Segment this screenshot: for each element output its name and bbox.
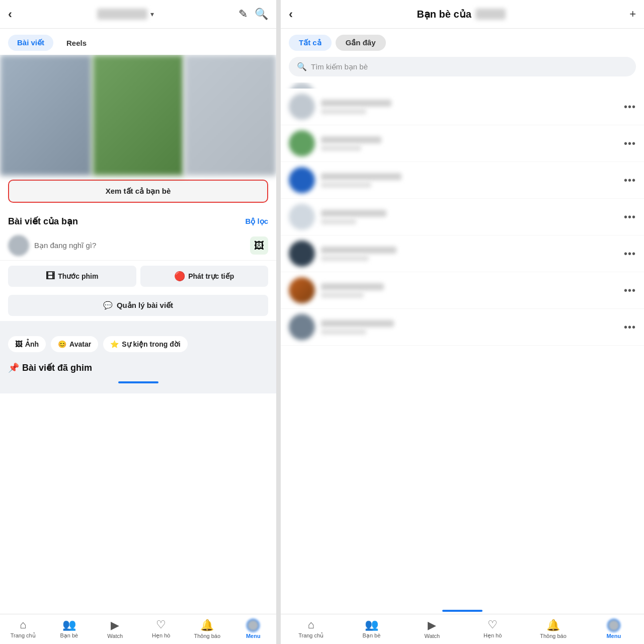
left-bottom-nav: ⌂ Trang chủ 👥 Bạn bè ▶ Watch ♡ Hẹn hò 🔔 … xyxy=(0,614,276,644)
content-tabs: Bài viết Reels xyxy=(0,29,276,55)
right-friends-icon: 👥 xyxy=(365,618,378,631)
friend-item-3: ••• xyxy=(281,162,644,199)
chip-avatar[interactable]: 😊 Avatar xyxy=(51,336,98,352)
friend-more-5[interactable]: ••• xyxy=(624,248,636,260)
watch-label: Watch xyxy=(107,633,123,639)
right-notification-label: Thông báo xyxy=(540,633,567,639)
friend-info-1 xyxy=(321,100,618,114)
right-header-title: Bạn bè của xyxy=(417,8,505,20)
right-panel: ‹ Bạn bè của + Tất cả Gần đây 🔍 Tìm kiếm… xyxy=(281,0,644,644)
friend-more-4[interactable]: ••• xyxy=(624,211,636,223)
chips-row: 🖼 Ảnh 😊 Avatar ⭐ Sự kiện trong đời xyxy=(0,326,276,357)
nav-notifications[interactable]: 🔔 Thông báo xyxy=(184,619,230,639)
right-nav-notifications[interactable]: 🔔 Thông báo xyxy=(523,619,583,639)
manage-label: Quản lý bài viết xyxy=(117,301,173,310)
right-friends-label: Bạn bè xyxy=(363,632,381,639)
scroll-indicator xyxy=(118,381,158,383)
friend-more-1[interactable]: ••• xyxy=(624,101,636,113)
right-nav-home[interactable]: ⌂ Trang chủ xyxy=(281,618,341,639)
friend-info-4 xyxy=(321,210,618,224)
photo-cell-2[interactable] xyxy=(93,55,184,176)
search-icon[interactable]: 🔍 xyxy=(255,8,268,21)
menu-avatar xyxy=(247,619,260,632)
reels-label: Thước phim xyxy=(58,272,98,280)
friend-name-4 xyxy=(321,210,386,217)
pinned-title: 📌 Bài viết đã ghim xyxy=(8,362,268,373)
photo-attach-icon[interactable]: 🖼 xyxy=(250,236,268,255)
friend-name-2 xyxy=(321,136,381,143)
tab-reels[interactable]: Reels xyxy=(57,35,96,51)
friend-info-3 xyxy=(321,173,618,188)
reels-button[interactable]: 🎞 Thước phim xyxy=(8,266,136,287)
nav-dating[interactable]: ♡ Hẹn hò xyxy=(138,618,185,639)
dropdown-icon[interactable]: ▾ xyxy=(150,10,154,18)
friend-avatar-2 xyxy=(289,130,315,156)
avatar-chip-icon: 😊 xyxy=(58,340,66,348)
friend-sub-6 xyxy=(321,292,364,298)
home-icon: ⌂ xyxy=(20,618,26,631)
friend-more-7[interactable]: ••• xyxy=(624,321,636,333)
right-nav-dating[interactable]: ♡ Hẹn hò xyxy=(462,618,523,639)
filter-all[interactable]: Tất cả xyxy=(289,35,332,51)
filter-link[interactable]: Bộ lọc xyxy=(245,217,268,226)
right-nav-menu[interactable]: Menu xyxy=(584,619,644,639)
right-nav-watch[interactable]: ▶ Watch xyxy=(402,619,462,639)
add-friend-button[interactable]: + xyxy=(629,8,636,21)
live-button[interactable]: 🔴 Phát trực tiếp xyxy=(140,266,269,287)
friend-name-5 xyxy=(321,247,396,254)
nav-friends[interactable]: 👥 Bạn bè xyxy=(46,618,93,639)
photo-cell-1[interactable] xyxy=(0,55,92,176)
friend-info-6 xyxy=(321,283,618,298)
posts-section-header: Bài viết của bạn Bộ lọc xyxy=(0,211,276,231)
friend-more-6[interactable]: ••• xyxy=(624,285,636,296)
notification-label: Thông báo xyxy=(194,633,220,639)
see-all-friends-button[interactable]: Xem tất cả bạn bè xyxy=(8,180,268,203)
tab-baiviet[interactable]: Bài viết xyxy=(8,35,53,51)
right-watch-icon: ▶ xyxy=(428,619,436,632)
manage-icon: 💬 xyxy=(103,301,113,310)
nav-home[interactable]: ⌂ Trang chủ xyxy=(0,618,46,639)
filter-recent[interactable]: Gần đây xyxy=(336,35,386,51)
photos-chip-icon: 🖼 xyxy=(15,340,22,348)
action-buttons-row: 🎞 Thước phim 🔴 Phát trực tiếp xyxy=(0,261,276,292)
friends-search-bar[interactable]: 🔍 Tìm kiếm bạn bè xyxy=(289,57,636,76)
edit-icon[interactable]: ✎ xyxy=(238,8,248,21)
right-dating-label: Hẹn hò xyxy=(484,632,502,639)
friend-sub-1 xyxy=(321,109,366,114)
nav-menu[interactable]: Menu xyxy=(230,619,277,639)
profile-name-blurred xyxy=(97,9,147,20)
manage-posts-button[interactable]: 💬 Quản lý bài viết xyxy=(8,295,268,316)
friends-list: ••• ••• ••• ••• xyxy=(281,83,644,607)
friend-avatar-7 xyxy=(289,314,315,340)
post-composer: Bạn đang nghĩ gì? 🖼 xyxy=(0,231,276,261)
friend-avatar-4 xyxy=(289,204,315,230)
profile-name-container: ▾ xyxy=(97,9,154,20)
friend-owner-name xyxy=(475,9,506,20)
friend-name-3 xyxy=(321,173,401,180)
right-dating-icon: ♡ xyxy=(488,618,498,631)
right-back-button[interactable]: ‹ xyxy=(289,7,293,21)
friend-filter-tabs: Tất cả Gần đây xyxy=(281,29,644,55)
friend-avatar-3 xyxy=(289,167,315,193)
friends-title-text: Bạn bè của xyxy=(417,8,471,20)
right-watch-label: Watch xyxy=(424,633,440,639)
friend-more-3[interactable]: ••• xyxy=(624,175,636,186)
right-nav-friends[interactable]: 👥 Bạn bè xyxy=(341,618,401,639)
composer-placeholder[interactable]: Bạn đang nghĩ gì? xyxy=(34,241,245,250)
photo-cell-3[interactable] xyxy=(185,55,276,176)
chip-photos[interactable]: 🖼 Ảnh xyxy=(8,336,46,352)
friend-name-6 xyxy=(321,283,384,290)
back-button[interactable]: ‹ xyxy=(8,7,12,21)
friends-icon: 👥 xyxy=(62,618,76,631)
home-label: Trang chủ xyxy=(11,632,36,639)
friend-sub-5 xyxy=(321,256,369,261)
partial-friend-item xyxy=(281,83,644,89)
nav-watch[interactable]: ▶ Watch xyxy=(92,619,138,639)
friend-item-6: ••• xyxy=(281,272,644,309)
friend-more-2[interactable]: ••• xyxy=(624,138,636,149)
left-header: ‹ ▾ ✎ 🔍 xyxy=(0,0,276,29)
right-notification-icon: 🔔 xyxy=(546,619,560,632)
panel-divider xyxy=(277,0,281,644)
friend-sub-4 xyxy=(321,219,356,224)
chip-life-events[interactable]: ⭐ Sự kiện trong đời xyxy=(103,336,187,352)
